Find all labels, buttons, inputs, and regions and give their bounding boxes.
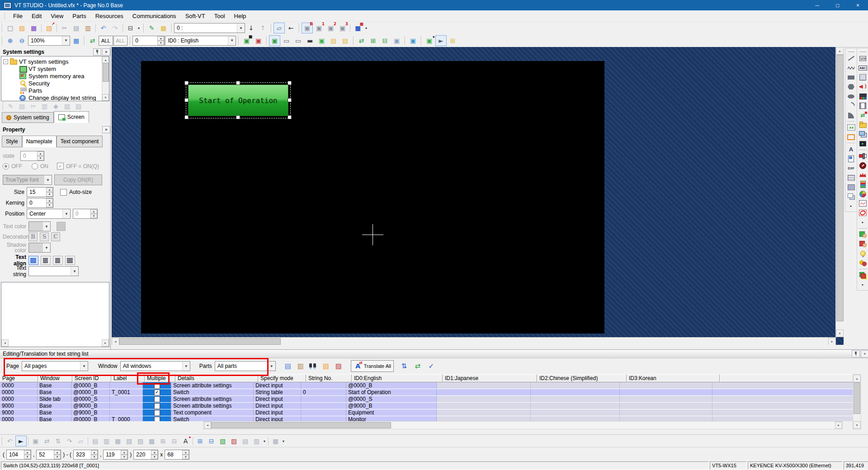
- text-display-icon[interactable]: [858, 63, 868, 72]
- rectangle-tool-icon[interactable]: [846, 73, 856, 82]
- window-overlap2-icon[interactable]: ▤: [340, 35, 351, 46]
- pattern-color-icon[interactable]: ■■: [352, 23, 363, 33]
- simulator-icon[interactable]: ▣▸: [424, 35, 435, 46]
- table-row[interactable]: 0000Base@0000_BT_0000SwitchDirect inputM…: [0, 416, 860, 421]
- window-front-icon[interactable]: ▭: [292, 35, 304, 46]
- tree-delete-icon[interactable]: ◆: [50, 101, 61, 112]
- multi-monitor-part-icon[interactable]: [858, 130, 868, 139]
- next-page-icon[interactable]: ↓: [245, 23, 257, 33]
- table-row[interactable]: 0000Slide tab@0000_SScreen attribute set…: [0, 396, 860, 402]
- selection-handle[interactable]: [236, 81, 240, 85]
- column-header-label[interactable]: Label: [111, 374, 145, 382]
- same-size-icon[interactable]: ⊞: [157, 436, 169, 446]
- movie-part-icon[interactable]: [858, 92, 868, 101]
- multiple-checkbox[interactable]: [154, 410, 160, 416]
- multiple-checkbox[interactable]: [154, 383, 160, 389]
- text-color-combo[interactable]: ▼: [28, 221, 51, 231]
- scroll-left-icon[interactable]: ◄: [1, 339, 9, 347]
- group-icon[interactable]: ⊞: [194, 436, 206, 446]
- merge-icon[interactable]: ▦: [270, 436, 281, 446]
- print-icon[interactable]: ⊟: [125, 23, 136, 33]
- message-display-icon[interactable]: [858, 73, 868, 82]
- meter-part-icon[interactable]: [858, 161, 868, 170]
- more-parts-icon[interactable]: [858, 280, 868, 289]
- ellipse-tool-icon[interactable]: [846, 92, 856, 101]
- multiple-checkbox[interactable]: ✓: [154, 390, 160, 395]
- state-select-spinner[interactable]: 0▲▼: [132, 36, 165, 46]
- align-center-button[interactable]: [41, 256, 51, 265]
- needle-meter-part-icon[interactable]: [858, 170, 868, 179]
- table-fill-tool-icon[interactable]: [846, 183, 856, 192]
- viewer-part-icon[interactable]: [858, 139, 868, 148]
- kerning-spinner[interactable]: 0 ▲▼: [27, 198, 53, 208]
- align-left-icon[interactable]: ▤: [90, 436, 101, 446]
- page-parts-icon[interactable]: [858, 271, 868, 280]
- dxf-import-icon[interactable]: [846, 164, 856, 173]
- table-row[interactable]: 0000Base@0000_BT_0001✓SwitchString table…: [0, 389, 860, 395]
- tree-item-change-display-text-string[interactable]: Change display text string: [1, 94, 109, 101]
- close-button[interactable]: ×: [848, 0, 868, 10]
- column-header-string-no-[interactable]: String No.: [306, 374, 352, 382]
- dropdown-caret-icon[interactable]: ▼: [262, 436, 267, 446]
- tree-cut-icon[interactable]: ✂: [28, 101, 39, 112]
- space-evenly-icon[interactable]: ⊟: [169, 436, 180, 446]
- bring-front-icon[interactable]: ▧: [217, 436, 228, 446]
- coord-height-spinner[interactable]: 68▲▼: [165, 450, 189, 460]
- window-back-icon[interactable]: ▬: [304, 35, 316, 46]
- numeric-display-icon[interactable]: [858, 54, 868, 63]
- column-header-window[interactable]: Window: [38, 374, 72, 382]
- window-filter-combo[interactable]: All windows▼: [120, 361, 190, 371]
- slider-part-icon[interactable]: [858, 151, 868, 160]
- tree-paste-icon[interactable]: ▥: [39, 101, 50, 112]
- paste-string-icon[interactable]: ▥: [295, 360, 307, 372]
- pin-icon[interactable]: [852, 350, 860, 357]
- filmstrip-part-icon[interactable]: [858, 101, 868, 110]
- page-jump-combo[interactable]: 0 :▼: [174, 23, 245, 33]
- autosize-checkbox[interactable]: [60, 189, 67, 196]
- tree-item-vt-system-settings[interactable]: −VT system settings: [1, 58, 109, 65]
- window-keep-icon[interactable]: ▭: [281, 35, 292, 46]
- back-icon[interactable]: ←: [285, 23, 297, 33]
- table-tool-icon[interactable]: [846, 173, 856, 182]
- mirror-h-icon[interactable]: ⇄: [41, 436, 52, 446]
- polygon-tool-icon[interactable]: [846, 82, 856, 91]
- selection-handle[interactable]: [236, 115, 240, 119]
- layer-3-icon[interactable]: ▣3: [337, 23, 348, 33]
- column-header-page[interactable]: Page: [0, 374, 38, 382]
- select-part-icon[interactable]: ▱: [274, 23, 285, 33]
- prev-page-icon[interactable]: ↑: [257, 23, 269, 33]
- window-base-icon[interactable]: ▣: [316, 35, 327, 46]
- zoom-out-icon[interactable]: ⊖: [16, 35, 28, 46]
- layer-base-icon[interactable]: ▣B: [302, 23, 313, 33]
- tab-style[interactable]: Style: [2, 136, 22, 147]
- menu-edit[interactable]: Edit: [27, 11, 46, 21]
- arc-tool-icon[interactable]: [846, 101, 856, 110]
- screen-color-icon[interactable]: ▣■: [241, 35, 252, 46]
- menu-communications[interactable]: Communications: [128, 11, 181, 21]
- position-offset-spinner[interactable]: 0 ▲▼: [73, 209, 98, 219]
- show-all-on-button[interactable]: ALL: [99, 36, 113, 46]
- dropdown-caret-icon[interactable]: ▼: [364, 23, 368, 33]
- tab-screen[interactable]: Screen: [54, 111, 89, 123]
- tab-nameplate[interactable]: Nameplate: [22, 136, 57, 147]
- undo-icon[interactable]: ↶: [98, 23, 109, 33]
- check-translation-icon[interactable]: ✓: [425, 360, 437, 372]
- ungroup-icon[interactable]: ⊟: [206, 436, 217, 446]
- scroll-right-icon[interactable]: ►: [102, 339, 109, 347]
- frame-part-icon[interactable]: [846, 132, 856, 141]
- show-all-off-button[interactable]: ALL: [113, 36, 128, 46]
- column-header-screen-id[interactable]: Screen ID: [72, 374, 111, 382]
- align-bottom-icon[interactable]: ▩: [146, 436, 157, 446]
- redo-icon[interactable]: ↷: [109, 23, 121, 33]
- canvas-vertical-scrollbar[interactable]: ▲ ▼: [835, 47, 844, 337]
- size-spinner[interactable]: 15 ▲▼: [27, 187, 53, 197]
- align-justify-button[interactable]: [65, 256, 75, 265]
- mirror-v-icon[interactable]: ⇅: [52, 436, 64, 446]
- align-top-icon[interactable]: ▧: [123, 436, 135, 446]
- more-graph-parts-icon[interactable]: [858, 218, 868, 227]
- grid-toggle-icon[interactable]: ▦: [71, 35, 82, 46]
- import-translation-icon[interactable]: ⇄: [412, 360, 424, 372]
- memo-tool-icon[interactable]: [846, 154, 856, 163]
- more-drawing-tools-icon[interactable]: [846, 202, 856, 211]
- coord-y2-spinner[interactable]: 119▲▼: [103, 450, 128, 460]
